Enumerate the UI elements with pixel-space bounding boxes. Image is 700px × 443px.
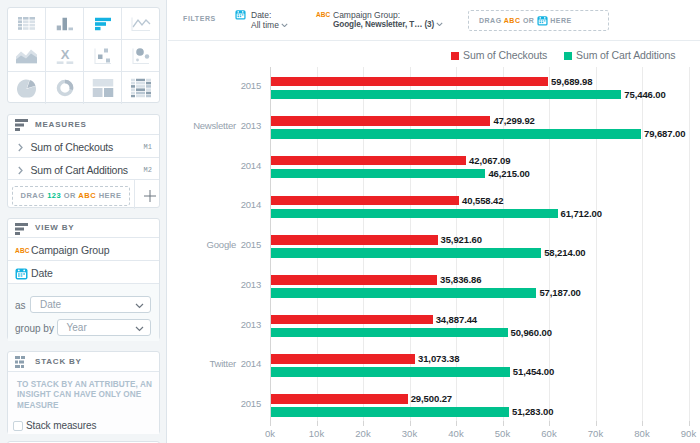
svg-text:X: X xyxy=(60,48,69,62)
